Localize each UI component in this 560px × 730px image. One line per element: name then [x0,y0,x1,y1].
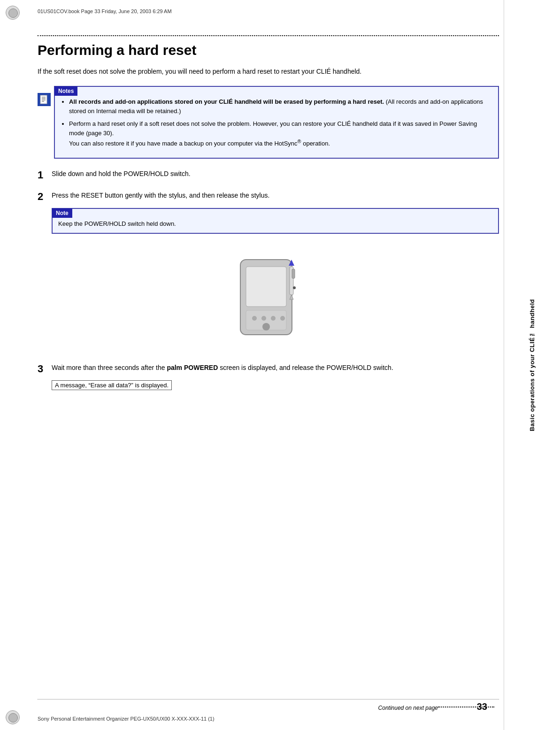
step-1-number: 1 [38,169,52,181]
footer: Sony Personal Entertainment Organizer PE… [38,716,499,722]
notes-content: All records and add-on applications stor… [55,87,498,158]
notes-item-2: Perform a hard reset only if a soft rese… [69,119,492,148]
notes-item-2-text: Perform a hard reset only if a soft rese… [69,120,477,147]
svg-rect-16 [292,269,295,278]
notes-item-1: All records and add-on applications stor… [69,97,492,115]
step-3: 3 Wait more than three seconds after the… [38,363,499,390]
svg-point-10 [271,316,276,321]
svg-point-9 [261,316,266,321]
step-1: 1 Slide down and hold the POWER/HOLD swi… [38,169,499,181]
note-label: Note [52,208,72,218]
note-box: Note Keep the POWER/HOLD switch held dow… [52,208,499,234]
right-sidebar: Basic operations of your CLIÉ™ handheld [504,0,560,730]
page-title: Performing a hard reset [38,42,499,58]
svg-point-12 [262,323,270,330]
svg-rect-0 [40,95,47,104]
step-3-text: Wait more than three seconds after the p… [52,363,393,373]
corner-decoration-bl [6,710,20,724]
step-2: 2 Press the RESET button gently with the… [38,191,499,353]
step-3-bold: palm POWERED [167,364,218,371]
svg-point-8 [252,316,257,321]
step-1-text: Slide down and hold the POWER/HOLD switc… [52,170,191,177]
intro-text: If the soft reset does not solve the pro… [38,67,499,77]
step-2-text: Press the RESET button gently with the s… [52,191,269,200]
corner-decoration-tl [6,6,20,20]
note-content: Keep the POWER/HOLD switch held down. [53,209,498,233]
notes-label: Notes [54,86,77,96]
step-3-highlighted: A message, “Erase all data?” is displaye… [52,380,172,390]
notes-box: Notes All records and add-on application… [54,86,499,159]
header-file-info: 01US01COV.book Page 33 Friday, June 20, … [38,8,172,14]
step-3-number: 3 [38,363,52,375]
svg-rect-6 [246,267,286,307]
main-content: Performing a hard reset If the soft rese… [38,26,499,692]
device-illustration [222,246,315,344]
notes-item-1-bold: All records and add-on applications stor… [69,98,384,105]
sidebar-text: Basic operations of your CLIÉ™ handheld [529,299,536,431]
page-number: 33 [477,701,487,712]
step-2-number: 2 [38,191,52,203]
svg-point-11 [280,316,285,321]
svg-point-17 [293,286,296,289]
footer-copyright: Sony Personal Entertainment Organizer PE… [38,716,215,722]
notes-icon [38,93,51,106]
bottom-dotted-line [38,699,499,699]
